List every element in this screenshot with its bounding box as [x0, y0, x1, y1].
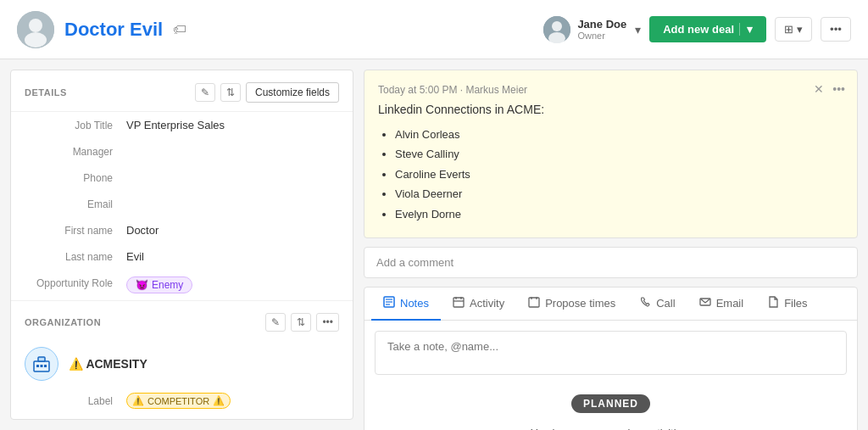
org-warning-icon: ⚠️ [69, 357, 86, 371]
contact-avatar [17, 11, 54, 48]
competitor-label: COMPETITOR [147, 396, 209, 406]
tab-propose[interactable]: Propose times [516, 288, 627, 321]
field-opportunity-role: Opportunity Role 👿 Enemy [11, 270, 353, 300]
org-title: ORGANIZATION [25, 317, 101, 327]
details-section-header: DETAILS ✎ ⇅ Customize fields [11, 70, 353, 111]
add-deal-label: Add new deal [663, 23, 734, 36]
contact-name: Doctor Evil [64, 19, 163, 41]
org-edit-button[interactable]: ✎ [265, 313, 286, 332]
planned-section: PLANNED You have no upcoming activities.… [375, 377, 847, 430]
note-input[interactable] [375, 331, 847, 375]
field-value-opp-role: 👿 Enemy [126, 276, 339, 293]
note-close-button[interactable]: ✕ [812, 81, 826, 98]
list-item: Evelyn Dorne [395, 204, 843, 224]
tab-call-label: Call [656, 297, 675, 310]
tabs-bar: Notes Activity [364, 288, 857, 321]
tab-propose-label: Propose times [545, 297, 615, 310]
user-dropdown-icon[interactable]: ▾ [635, 23, 641, 36]
svg-rect-19 [529, 298, 539, 307]
note-meta: Today at 5:00 PM · Markus Meier [378, 84, 843, 96]
comment-box[interactable]: Add a comment [364, 247, 858, 278]
main-content: DETAILS ✎ ⇅ Customize fields Job Title V… [0, 59, 868, 430]
tab-notes-label: Notes [400, 297, 429, 310]
field-job-title: Job Title VP Enterprise Sales [11, 112, 353, 138]
details-title: DETAILS [25, 87, 67, 98]
svg-rect-15 [453, 298, 464, 307]
tab-email[interactable]: Email [687, 288, 756, 321]
notes-tab-icon [383, 296, 395, 310]
org-label-key: Label [25, 395, 126, 407]
details-actions: ✎ ⇅ Customize fields [195, 82, 339, 103]
tab-activity-label: Activity [470, 297, 504, 310]
enemy-badge-label: Enemy [152, 279, 183, 291]
user-name: Jane Doe [577, 18, 626, 31]
files-tab-icon [767, 296, 779, 310]
tab-notes[interactable]: Notes [371, 288, 441, 321]
svg-point-2 [25, 32, 47, 47]
enemy-badge[interactable]: 👿 Enemy [126, 276, 192, 293]
list-item: Steve Calliny [395, 144, 843, 164]
field-label-opp-role: Opportunity Role [25, 276, 126, 289]
reorder-icon-button[interactable]: ⇅ [220, 83, 241, 102]
user-role: Owner [577, 31, 626, 41]
org-icon [25, 347, 58, 381]
activity-tab-icon [453, 296, 465, 310]
tab-call[interactable]: Call [627, 288, 687, 321]
org-name: ⚠️ ACMESITY [69, 357, 147, 371]
propose-tab-icon [528, 296, 540, 310]
list-item: Viola Deerner [395, 184, 843, 204]
svg-rect-7 [38, 357, 45, 361]
user-details: Jane Doe Owner [577, 18, 626, 41]
field-label-email: Email [25, 198, 126, 210]
field-last-name: Last name Evil [11, 243, 353, 270]
user-avatar [543, 16, 570, 43]
org-label-row: Label ⚠️ COMPETITOR ⚠️ [11, 389, 353, 417]
call-tab-icon [639, 296, 651, 310]
note-title: Linkedin Connections in ACME: [378, 103, 843, 116]
org-reorder-button[interactable]: ⇅ [291, 313, 311, 332]
svg-rect-9 [41, 365, 43, 367]
svg-point-4 [552, 21, 562, 31]
view-toggle-arrow-icon: ▾ [797, 23, 803, 36]
note-card: ✕ ••• Today at 5:00 PM · Markus Meier Li… [364, 70, 858, 238]
left-panel: DETAILS ✎ ⇅ Customize fields Job Title V… [10, 70, 353, 420]
field-email: Email [11, 191, 353, 217]
tag-icon[interactable]: 🏷 [173, 22, 186, 37]
note-more-button[interactable]: ••• [831, 81, 847, 98]
grid-icon: ⊞ [784, 23, 793, 36]
field-label-first-name: First name [25, 224, 126, 237]
tabs-container: Notes Activity [364, 287, 858, 430]
tab-files-label: Files [784, 297, 807, 310]
field-value-job-title: VP Enterprise Sales [126, 119, 339, 131]
field-label-manager: Manager [25, 145, 126, 158]
org-more-button[interactable]: ••• [316, 313, 339, 332]
field-first-name: First name Doctor [11, 217, 353, 243]
field-value-first-name: Doctor [126, 224, 339, 237]
field-label-last-name: Last name [25, 250, 126, 263]
competitor-badge: ⚠️ COMPETITOR ⚠️ [126, 393, 231, 409]
add-deal-arrow-icon[interactable]: ▾ [739, 23, 753, 36]
view-toggle-button[interactable]: ⊞ ▾ [775, 17, 812, 42]
field-value-last-name: Evil [126, 250, 339, 263]
org-name-text: ACMESITY [86, 357, 147, 371]
more-options-button[interactable]: ••• [821, 17, 851, 42]
tab-files[interactable]: Files [755, 288, 819, 321]
tab-activity[interactable]: Activity [441, 288, 516, 321]
edit-icon-button[interactable]: ✎ [195, 83, 215, 102]
customize-fields-button[interactable]: Customize fields [246, 82, 339, 103]
planned-badge: PLANNED [571, 394, 650, 413]
organization-section: ORGANIZATION ✎ ⇅ ••• [11, 300, 353, 417]
add-deal-button[interactable]: Add new deal ▾ [649, 16, 766, 42]
list-item: Caroline Everts [395, 165, 843, 184]
note-list: Alvin Corleas Steve Calliny Caroline Eve… [378, 125, 843, 224]
org-section-header: ORGANIZATION ✎ ⇅ ••• [11, 301, 353, 338]
enemy-badge-icon: 👿 [136, 279, 148, 291]
right-panel: ✕ ••• Today at 5:00 PM · Markus Meier Li… [364, 70, 858, 420]
field-manager: Manager [11, 138, 353, 165]
competitor-warning-icon-2: ⚠️ [213, 395, 225, 406]
svg-point-1 [29, 19, 42, 32]
note-card-actions: ✕ ••• [812, 81, 847, 98]
ellipsis-icon: ••• [830, 23, 842, 36]
competitor-warning-icon: ⚠️ [132, 395, 144, 406]
svg-rect-10 [44, 365, 47, 367]
